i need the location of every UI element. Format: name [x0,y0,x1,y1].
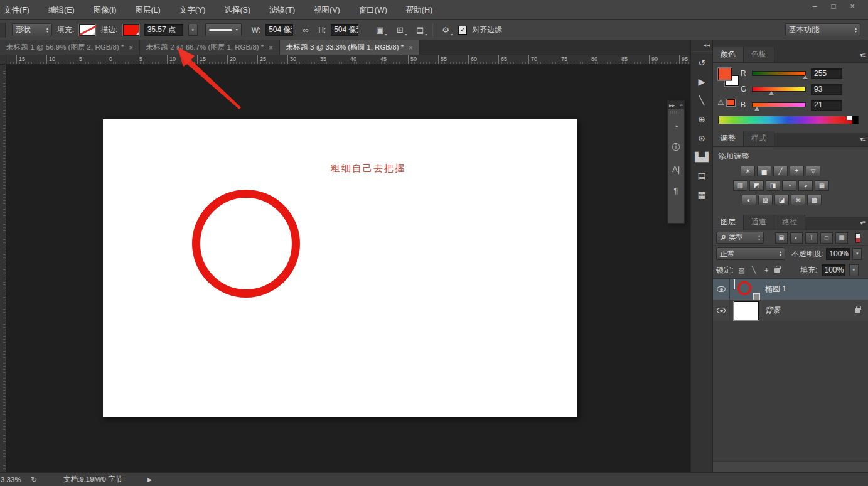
grip-handle[interactable] [670,111,682,114]
layer-name[interactable]: 背景 [765,305,780,316]
blue-slider[interactable] [752,102,806,107]
blend-mode-select[interactable]: 正常▴▾ [716,247,785,260]
green-slider[interactable] [752,87,806,92]
minimize-button[interactable]: – [805,0,824,13]
lock-pixels-icon[interactable]: ╲ [749,266,758,274]
tab-close-icon[interactable]: × [129,44,132,51]
fill-swatch[interactable] [79,24,95,36]
menu-item[interactable]: 编辑(E) [39,0,84,20]
tool-mode-select[interactable]: 形状▴▾ [12,23,52,36]
close-dock-icon[interactable]: × [680,102,683,108]
opacity-input[interactable]: 100% [826,248,850,260]
type-layer-filter-icon[interactable]: T [805,232,818,244]
notes-panel-icon[interactable]: ▤ [691,166,712,185]
tab-swatches[interactable]: 色板 [744,47,774,62]
invert-icon[interactable]: ◐ [742,195,756,205]
stroke-width-dropdown-icon[interactable]: ▾ [188,24,198,36]
layer-name[interactable]: 椭圆 1 [765,284,786,294]
menu-item[interactable]: 文件(F) [0,0,39,20]
status-options-arrow-icon[interactable]: ▶ [147,477,152,483]
actions-panel-icon[interactable]: ▶ [691,72,712,91]
path-alignment-icon[interactable]: ⊞▾ [392,23,407,37]
visibility-eye-icon[interactable] [717,308,726,313]
layer-filter-kind-select[interactable]: 🔎︎类型 ▴▾ [716,232,764,244]
smart-object-filter-icon[interactable]: ▩ [835,232,848,244]
green-value-input[interactable]: 93 [811,84,842,95]
levels-icon[interactable]: ▅ [757,166,771,176]
tool-preset-icon[interactable] [0,23,6,38]
red-slider[interactable] [752,71,806,76]
workspace-select[interactable]: 基本功能▴▾ [785,23,860,36]
path-arrangement-icon[interactable]: ▤▾ [412,23,427,37]
vibrance-icon[interactable]: ▽ [806,166,820,176]
document-canvas[interactable]: 粗细自己去把握 [103,119,577,417]
layer-thumbnail[interactable] [734,301,759,320]
stroke-width-input[interactable]: 35.57 点 [144,24,183,36]
black-white-icon[interactable]: ◨ [766,180,780,191]
tab-close-icon[interactable]: × [409,44,412,51]
curves-icon[interactable]: ╱ [773,166,788,176]
pixel-layer-filter-icon[interactable]: ▣ [775,232,788,244]
lock-transparency-icon[interactable]: ▨ [737,266,746,274]
document-tab[interactable]: 未标题-1 @ 56.9% (图层 2, RGB/8) *× [0,40,140,55]
panel-menu-icon[interactable]: ▾≡ [860,51,865,58]
tool-presets-panel-icon[interactable]: ◔ [668,117,684,135]
menu-item[interactable]: 帮助(H) [397,0,442,20]
photo-filter-icon[interactable]: ◔ [782,180,796,191]
clone-source-panel-icon[interactable]: ⊕ [691,110,712,129]
brush-panel-icon[interactable]: ╲ [691,91,712,110]
foreground-color-swatch[interactable] [718,68,732,80]
tab-paths[interactable]: 路径 [774,215,805,230]
menu-item[interactable]: 窗口(W) [350,0,397,20]
layer-thumbnail[interactable] [734,280,759,299]
tab-adjustments[interactable]: 调整 [713,131,744,146]
info-panel-icon[interactable]: ⓘ [668,139,684,156]
visibility-eye-icon[interactable] [717,286,726,292]
gamut-color-swatch[interactable] [727,99,735,106]
tab-layers[interactable]: 图层 [713,215,744,230]
link-dimensions-icon[interactable]: ∞ [298,23,313,37]
fill-dropdown-icon[interactable]: ▾ [849,264,859,276]
document-tab[interactable]: 未标题-3 @ 33.3% (椭圆 1, RGB/8) *× [280,40,420,55]
histogram-panel-icon[interactable]: ▙▟ [691,148,712,166]
menu-item[interactable]: 滤镜(T) [260,0,304,20]
canvas-area[interactable]: 粗细自己去把握 [6,65,690,472]
blue-slider-thumb[interactable] [754,107,759,111]
color-balance-icon[interactable]: ◩ [749,180,764,191]
color-lookup-icon[interactable]: ▦ [815,180,829,191]
maximize-button[interactable]: □ [824,0,843,13]
lock-position-icon[interactable]: + [762,266,771,274]
stroke-swatch[interactable] [123,24,139,36]
exposure-icon[interactable]: ± [790,166,804,176]
layer-filter-toggle[interactable] [855,233,860,243]
width-input[interactable]: 504 像素 [265,24,293,36]
red-value-input[interactable]: 255 [811,68,842,79]
threshold-icon[interactable]: ◪ [774,195,789,205]
posterize-icon[interactable]: ▨ [758,195,773,205]
document-tab[interactable]: 未标题-2 @ 66.7% (图层 1, RGB/8) *× [140,40,280,55]
menu-item[interactable]: 图层(L) [126,0,169,20]
height-input[interactable]: 504 像素 [331,24,358,36]
tab-styles[interactable]: 样式 [744,131,774,146]
channel-mixer-icon[interactable]: ◕ [798,180,813,191]
menu-item[interactable]: 文字(Y) [170,0,215,20]
expand-panel-icon[interactable]: ▶▶ [669,103,675,107]
history-panel-icon[interactable]: ↺ [691,53,712,72]
path-operations-icon[interactable]: ▣▾ [372,23,387,37]
blue-value-input[interactable]: 21 [811,100,842,111]
align-edges-checkbox[interactable]: ✓ [458,26,467,35]
brightness-contrast-icon[interactable]: ☀ [741,166,755,176]
layer-row-background[interactable]: 背景 [713,300,868,321]
lock-all-icon[interactable] [774,268,780,273]
menu-item[interactable]: 视图(V) [304,0,350,20]
paragraph-panel-icon[interactable]: ¶ [668,181,684,199]
close-button[interactable]: × [843,0,862,13]
navigator-panel-icon[interactable]: ⊛ [691,129,712,148]
panel-menu-icon[interactable]: ▾≡ [860,219,865,226]
selective-color-icon[interactable]: ⊠ [791,195,805,205]
panel-menu-icon[interactable]: ▾≡ [860,136,865,143]
fill-opacity-input[interactable]: 100% [822,264,845,276]
measurement-log-panel-icon[interactable]: ▦ [691,185,712,204]
gradient-map-icon[interactable]: ▩ [807,195,822,205]
zoom-level-input[interactable]: 3.33% [1,476,27,483]
